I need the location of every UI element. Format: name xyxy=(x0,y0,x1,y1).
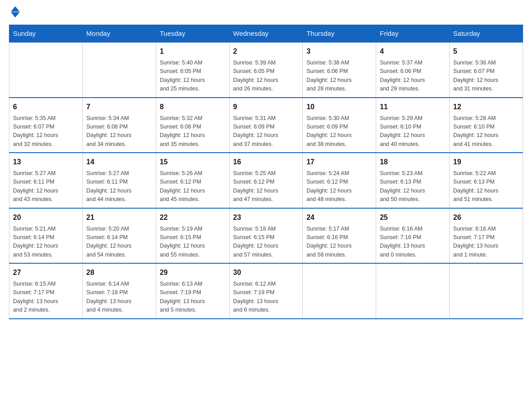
calendar-cell: 16Sunrise: 5:25 AMSunset: 6:12 PMDayligh… xyxy=(229,153,303,208)
day-info: Sunrise: 5:24 AMSunset: 6:12 PMDaylight:… xyxy=(306,169,372,204)
day-number: 9 xyxy=(233,102,299,112)
day-info: Sunrise: 5:35 AMSunset: 6:07 PMDaylight:… xyxy=(13,114,79,149)
day-info: Sunrise: 5:18 AMSunset: 6:15 PMDaylight:… xyxy=(233,225,299,260)
calendar-cell: 1Sunrise: 5:40 AMSunset: 6:05 PMDaylight… xyxy=(156,42,229,98)
calendar-cell: 17Sunrise: 5:24 AMSunset: 6:12 PMDayligh… xyxy=(303,153,376,208)
day-info: Sunrise: 5:25 AMSunset: 6:12 PMDaylight:… xyxy=(233,169,299,204)
day-number: 19 xyxy=(453,157,519,167)
calendar-cell: 15Sunrise: 5:26 AMSunset: 6:12 PMDayligh… xyxy=(156,153,229,208)
day-number: 1 xyxy=(160,46,226,57)
calendar-cell xyxy=(450,263,523,319)
day-info: Sunrise: 6:16 AMSunset: 7:17 PMDaylight:… xyxy=(453,225,519,260)
day-number: 12 xyxy=(453,102,519,112)
calendar-cell: 25Sunrise: 6:16 AMSunset: 7:16 PMDayligh… xyxy=(376,208,450,264)
calendar-cell: 28Sunrise: 6:14 AMSunset: 7:18 PMDayligh… xyxy=(82,263,156,319)
day-info: Sunrise: 6:12 AMSunset: 7:19 PMDaylight:… xyxy=(233,280,299,315)
calendar-header-tuesday: Tuesday xyxy=(156,25,229,43)
calendar-cell: 9Sunrise: 5:31 AMSunset: 6:09 PMDaylight… xyxy=(229,98,303,153)
calendar-cell: 26Sunrise: 6:16 AMSunset: 7:17 PMDayligh… xyxy=(450,208,523,264)
calendar-table: SundayMondayTuesdayWednesdayThursdayFrid… xyxy=(9,25,523,319)
calendar-cell: 14Sunrise: 5:27 AMSunset: 6:11 PMDayligh… xyxy=(82,153,156,208)
day-number: 4 xyxy=(380,46,446,57)
day-number: 8 xyxy=(160,102,226,112)
calendar-week-1: 1Sunrise: 5:40 AMSunset: 6:05 PMDaylight… xyxy=(9,42,523,98)
day-info: Sunrise: 5:27 AMSunset: 6:11 PMDaylight:… xyxy=(13,169,79,204)
day-info: Sunrise: 5:20 AMSunset: 6:14 PMDaylight:… xyxy=(86,225,152,260)
day-number: 27 xyxy=(13,267,79,278)
calendar-cell xyxy=(376,263,450,319)
day-number: 10 xyxy=(306,102,372,112)
day-number: 30 xyxy=(233,267,299,278)
day-number: 7 xyxy=(86,102,152,112)
day-info: Sunrise: 5:27 AMSunset: 6:11 PMDaylight:… xyxy=(86,169,152,204)
day-info: Sunrise: 5:28 AMSunset: 6:10 PMDaylight:… xyxy=(453,114,519,149)
calendar-header-wednesday: Wednesday xyxy=(229,25,303,43)
logo-text-group xyxy=(9,9,20,16)
day-info: Sunrise: 6:13 AMSunset: 7:19 PMDaylight:… xyxy=(160,280,226,315)
day-number: 25 xyxy=(380,212,446,223)
calendar-header-row: SundayMondayTuesdayWednesdayThursdayFrid… xyxy=(9,25,523,43)
day-number: 28 xyxy=(86,267,152,278)
page-header xyxy=(9,9,523,16)
day-info: Sunrise: 5:19 AMSunset: 6:15 PMDaylight:… xyxy=(160,225,226,260)
calendar-cell: 12Sunrise: 5:28 AMSunset: 6:10 PMDayligh… xyxy=(450,98,523,153)
day-number: 26 xyxy=(453,212,519,223)
day-info: Sunrise: 5:39 AMSunset: 6:05 PMDaylight:… xyxy=(233,59,299,94)
calendar-header-saturday: Saturday xyxy=(450,25,523,43)
day-number: 5 xyxy=(453,46,519,57)
calendar-cell: 21Sunrise: 5:20 AMSunset: 6:14 PMDayligh… xyxy=(82,208,156,264)
day-number: 14 xyxy=(86,157,152,167)
day-number: 6 xyxy=(13,102,79,112)
day-number: 21 xyxy=(86,212,152,223)
day-number: 23 xyxy=(233,212,299,223)
calendar-cell: 27Sunrise: 6:15 AMSunset: 7:17 PMDayligh… xyxy=(9,263,83,319)
calendar-week-3: 13Sunrise: 5:27 AMSunset: 6:11 PMDayligh… xyxy=(9,153,523,208)
day-info: Sunrise: 6:14 AMSunset: 7:18 PMDaylight:… xyxy=(86,280,152,315)
day-number: 11 xyxy=(380,102,446,112)
day-info: Sunrise: 5:32 AMSunset: 6:08 PMDaylight:… xyxy=(160,114,226,149)
calendar-cell: 5Sunrise: 5:36 AMSunset: 6:07 PMDaylight… xyxy=(450,42,523,98)
day-info: Sunrise: 5:37 AMSunset: 6:06 PMDaylight:… xyxy=(380,59,446,94)
calendar-cell: 20Sunrise: 5:21 AMSunset: 6:14 PMDayligh… xyxy=(9,208,83,264)
calendar-week-4: 20Sunrise: 5:21 AMSunset: 6:14 PMDayligh… xyxy=(9,208,523,264)
day-number: 17 xyxy=(306,157,372,167)
calendar-cell: 10Sunrise: 5:30 AMSunset: 6:09 PMDayligh… xyxy=(303,98,376,153)
calendar-cell: 29Sunrise: 6:13 AMSunset: 7:19 PMDayligh… xyxy=(156,263,229,319)
calendar-header-friday: Friday xyxy=(376,25,450,43)
day-info: Sunrise: 5:36 AMSunset: 6:07 PMDaylight:… xyxy=(453,59,519,94)
calendar-cell: 18Sunrise: 5:23 AMSunset: 6:13 PMDayligh… xyxy=(376,153,450,208)
calendar-cell: 6Sunrise: 5:35 AMSunset: 6:07 PMDaylight… xyxy=(9,98,83,153)
calendar-cell: 2Sunrise: 5:39 AMSunset: 6:05 PMDaylight… xyxy=(229,42,303,98)
calendar-cell: 3Sunrise: 5:38 AMSunset: 6:06 PMDaylight… xyxy=(303,42,376,98)
calendar-cell: 8Sunrise: 5:32 AMSunset: 6:08 PMDaylight… xyxy=(156,98,229,153)
calendar-cell: 23Sunrise: 5:18 AMSunset: 6:15 PMDayligh… xyxy=(229,208,303,264)
calendar-cell xyxy=(303,263,376,319)
day-number: 15 xyxy=(160,157,226,167)
day-number: 2 xyxy=(233,46,299,57)
day-info: Sunrise: 6:16 AMSunset: 7:16 PMDaylight:… xyxy=(380,225,446,260)
day-info: Sunrise: 5:21 AMSunset: 6:14 PMDaylight:… xyxy=(13,225,79,260)
logo xyxy=(9,9,20,16)
calendar-week-2: 6Sunrise: 5:35 AMSunset: 6:07 PMDaylight… xyxy=(9,98,523,153)
day-info: Sunrise: 6:15 AMSunset: 7:17 PMDaylight:… xyxy=(13,280,79,315)
calendar-week-5: 27Sunrise: 6:15 AMSunset: 7:17 PMDayligh… xyxy=(9,263,523,319)
day-number: 3 xyxy=(306,46,372,57)
day-info: Sunrise: 5:29 AMSunset: 6:10 PMDaylight:… xyxy=(380,114,446,149)
day-number: 24 xyxy=(306,212,372,223)
day-info: Sunrise: 5:34 AMSunset: 6:08 PMDaylight:… xyxy=(86,114,152,149)
day-info: Sunrise: 5:40 AMSunset: 6:05 PMDaylight:… xyxy=(160,59,226,94)
calendar-header-sunday: Sunday xyxy=(9,25,83,43)
day-number: 29 xyxy=(160,267,226,278)
calendar-cell xyxy=(82,42,156,98)
day-number: 13 xyxy=(13,157,79,167)
day-info: Sunrise: 5:17 AMSunset: 6:16 PMDaylight:… xyxy=(306,225,372,260)
calendar-cell: 30Sunrise: 6:12 AMSunset: 7:19 PMDayligh… xyxy=(229,263,303,319)
day-number: 18 xyxy=(380,157,446,167)
day-info: Sunrise: 5:26 AMSunset: 6:12 PMDaylight:… xyxy=(160,169,226,204)
calendar-cell: 11Sunrise: 5:29 AMSunset: 6:10 PMDayligh… xyxy=(376,98,450,153)
calendar-header-thursday: Thursday xyxy=(303,25,376,43)
day-number: 22 xyxy=(160,212,226,223)
calendar-header-monday: Monday xyxy=(82,25,156,43)
calendar-cell: 13Sunrise: 5:27 AMSunset: 6:11 PMDayligh… xyxy=(9,153,83,208)
calendar-cell: 22Sunrise: 5:19 AMSunset: 6:15 PMDayligh… xyxy=(156,208,229,264)
